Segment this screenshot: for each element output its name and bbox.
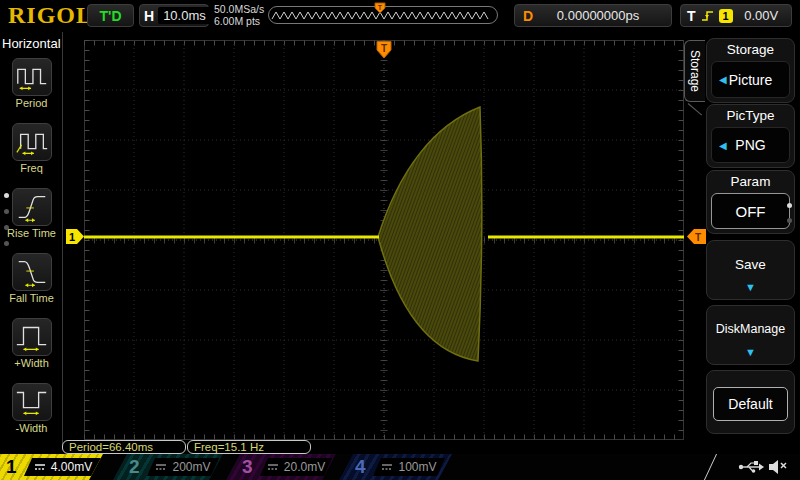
status-separator bbox=[704, 454, 717, 480]
softkey-value: OFF bbox=[736, 203, 766, 220]
left-arrow-icon: ◀ bbox=[719, 74, 727, 85]
menu-item-minus-width[interactable]: -Width bbox=[0, 383, 63, 434]
svg-text:1: 1 bbox=[69, 231, 75, 243]
sample-rate: 50.0MSa/s bbox=[214, 3, 264, 15]
trigger-level-value: 0.00V bbox=[738, 8, 785, 23]
burst-envelope bbox=[378, 107, 482, 361]
menu-item-label: Freq bbox=[0, 162, 63, 174]
left-menu-page-dot bbox=[4, 241, 9, 246]
right-menu-page-dot-active bbox=[787, 203, 792, 208]
softkey-label: Default bbox=[728, 396, 772, 412]
left-menu-horizontal: Horizontal Period Freq bbox=[0, 32, 63, 445]
tab-notch-line bbox=[688, 103, 702, 115]
channel2-status[interactable]: 2 200mV bbox=[113, 454, 223, 480]
trigger-delay-box[interactable]: D 0.00000000ps bbox=[514, 4, 672, 27]
fall-time-icon bbox=[12, 253, 52, 291]
channel1-waveform-trace bbox=[84, 40, 684, 440]
softkey-value: PNG bbox=[735, 137, 765, 153]
trigger-source-badge: 1 bbox=[719, 9, 733, 23]
oscilloscope-screen: RIGOL T'D H 10.0ms 50.0MSa/s 6.00M pts T… bbox=[0, 0, 800, 480]
menu-item-period[interactable]: Period bbox=[0, 58, 63, 109]
softkey-storage-type[interactable]: Storage ◀ Picture bbox=[706, 38, 795, 103]
trigger-status-text: T'D bbox=[100, 8, 122, 24]
speaker-muted-icon bbox=[768, 459, 788, 475]
plus-width-icon bbox=[12, 318, 52, 356]
channel1-status[interactable]: 1 4.00mV bbox=[0, 454, 112, 480]
softkey-param[interactable]: Param OFF bbox=[706, 170, 795, 234]
softkey-diskmanage[interactable]: DiskManage ▼ bbox=[706, 305, 795, 365]
softkey-default[interactable]: Default bbox=[706, 370, 795, 434]
channel4-status[interactable]: 4 100mV bbox=[339, 454, 452, 480]
channel-number: 1 bbox=[6, 454, 17, 480]
dc-coupling-icon bbox=[155, 462, 167, 472]
channel-number: 4 bbox=[355, 454, 366, 480]
svg-text:T: T bbox=[378, 4, 383, 11]
trigger-level-marker[interactable]: T bbox=[686, 229, 706, 244]
channel-scale: 20.0mV bbox=[284, 460, 325, 474]
softkey-label: Storage bbox=[707, 39, 794, 57]
channel1-level-marker[interactable]: 1 bbox=[66, 229, 85, 244]
delay-label: D bbox=[523, 8, 533, 24]
delay-value: 0.00000000ps bbox=[533, 8, 663, 23]
horizontal-label: H bbox=[144, 8, 154, 24]
channel-number: 3 bbox=[242, 454, 253, 480]
menu-item-label: +Width bbox=[0, 357, 63, 369]
trigger-status-badge: T'D bbox=[87, 4, 134, 27]
softkey-pictype[interactable]: PicType ◀ PNG bbox=[706, 104, 795, 168]
softkey-label: Save bbox=[707, 257, 794, 272]
left-menu-page-dot bbox=[4, 225, 9, 230]
rise-time-icon bbox=[12, 188, 52, 226]
timebase-value: 10.0ms bbox=[158, 7, 211, 24]
svg-text:T: T bbox=[695, 232, 701, 243]
softkey-label: Param bbox=[707, 171, 794, 189]
measurement-frequency: Freq=15.1 Hz bbox=[187, 440, 311, 454]
freq-icon bbox=[12, 123, 52, 161]
channel-scale: 200mV bbox=[172, 460, 210, 474]
channel-scale: 4.00mV bbox=[51, 460, 92, 474]
thumbnail-trigger-position-icon[interactable]: T bbox=[374, 2, 386, 14]
menu-item-plus-width[interactable]: +Width bbox=[0, 318, 63, 369]
softkey-save[interactable]: Save ▼ bbox=[706, 240, 795, 300]
menu-item-rise-time[interactable]: Rise Time bbox=[0, 188, 63, 239]
left-arrow-icon: ◀ bbox=[719, 140, 727, 151]
channel-status-bar: 1 4.00mV 2 200mV 3 bbox=[0, 454, 800, 480]
menu-item-label: -Width bbox=[0, 422, 63, 434]
acquisition-info: 50.0MSa/s 6.00M pts bbox=[214, 3, 264, 27]
menu-item-freq[interactable]: Freq bbox=[0, 123, 63, 174]
left-menu-page-dot bbox=[4, 209, 9, 214]
menu-item-label: Rise Time bbox=[0, 227, 63, 239]
graticule-area bbox=[84, 40, 684, 440]
left-menu-title: Horizontal bbox=[2, 36, 61, 51]
trigger-settings-box[interactable]: T 1 0.00V bbox=[680, 4, 792, 27]
trigger-position-marker[interactable]: T bbox=[376, 41, 392, 59]
measurement-period: Period=66.40ms bbox=[62, 440, 186, 454]
menu-item-fall-time[interactable]: Fall Time bbox=[0, 253, 63, 304]
period-icon bbox=[12, 58, 52, 96]
right-menu-tab-label: Storage bbox=[688, 50, 702, 92]
memory-depth: 6.00M pts bbox=[214, 15, 264, 27]
usb-icon bbox=[738, 460, 764, 474]
minus-width-icon bbox=[12, 383, 52, 421]
right-menu-page-dot bbox=[787, 218, 792, 223]
left-menu-page-dot-active bbox=[4, 193, 9, 198]
dc-coupling-icon bbox=[267, 462, 279, 472]
measurement-frequency-text: Freq=15.1 Hz bbox=[194, 441, 264, 453]
right-menu-tab[interactable]: Storage bbox=[684, 40, 705, 102]
dc-coupling-icon bbox=[381, 462, 393, 472]
dc-coupling-icon bbox=[34, 462, 46, 472]
menu-item-label: Period bbox=[0, 97, 63, 109]
svg-text:T: T bbox=[381, 43, 387, 54]
horizontal-timebase-box[interactable]: H 10.0ms bbox=[139, 4, 209, 27]
softkey-label: DiskManage bbox=[707, 322, 794, 336]
channel3-status[interactable]: 3 20.0mV bbox=[226, 454, 336, 480]
menu-item-label: Fall Time bbox=[0, 292, 63, 304]
down-arrow-icon: ▼ bbox=[707, 282, 794, 292]
softkey-label: PicType bbox=[707, 105, 794, 123]
measurement-period-text: Period=66.40ms bbox=[69, 441, 153, 453]
channel-number: 2 bbox=[129, 454, 140, 480]
trigger-label: T bbox=[687, 8, 696, 24]
rising-edge-trigger-icon bbox=[701, 9, 714, 23]
down-arrow-icon: ▼ bbox=[707, 347, 794, 357]
channel-scale: 100mV bbox=[398, 460, 436, 474]
rigol-logo: RIGOL bbox=[8, 2, 93, 29]
